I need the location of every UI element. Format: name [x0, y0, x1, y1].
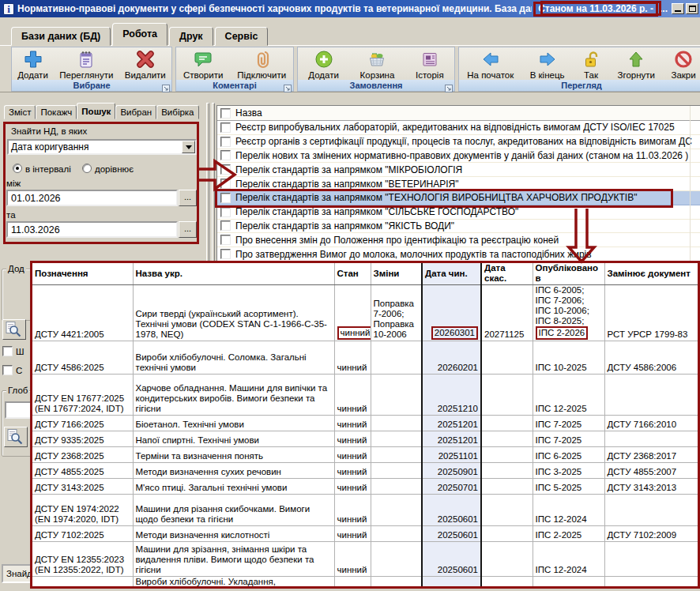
search-panel-title: Знайти НД, в яких: [11, 126, 87, 137]
checkbox-icon[interactable]: [220, 207, 231, 217]
list-header-label: Назва: [235, 107, 262, 119]
delete-favorite-button[interactable]: Видалити: [120, 49, 171, 81]
basket-button[interactable]: Корзина: [356, 49, 400, 81]
list-item-selected[interactable]: Перелік стандартів за напрямком "ТЕХНОЛО…: [217, 191, 700, 205]
create-comment-button[interactable]: Створити: [179, 49, 228, 81]
history-button[interactable]: Історія: [411, 49, 449, 81]
list-item[interactable]: Перелік нових та змінених нормативно-пра…: [217, 149, 700, 164]
tab-druk[interactable]: Друк: [169, 27, 213, 46]
maximize-button[interactable]: [686, 3, 698, 14]
collapse-button[interactable]: Згорнути: [613, 49, 660, 81]
list-item[interactable]: Перелік стандартів за напрямком "МІКРОБІ…: [217, 163, 700, 177]
checkbox-icon[interactable]: [220, 220, 231, 231]
annotation-box-date: 20260301: [431, 326, 478, 340]
attach-comment-button[interactable]: Підключити: [232, 49, 291, 81]
add-order-button[interactable]: Додати: [303, 49, 344, 81]
equals-radio[interactable]: [82, 164, 92, 173]
magnifier-icon: [12, 434, 19, 441]
list-item[interactable]: Реєстр випробувальних лабораторій, акред…: [217, 121, 700, 135]
table-row[interactable]: ДСТУ 9335:2025Напої спиртні. Технічні ум…: [32, 431, 698, 447]
date-from-browse-button[interactable]: ...: [179, 190, 197, 206]
newspaper-icon: [420, 49, 440, 70]
equals-radio-label: дорівнює: [95, 164, 134, 175]
annotation-box-status: чинний: [337, 326, 371, 340]
plus-circle-icon: [314, 49, 334, 70]
list-item[interactable]: Перелік стандартів за напрямком "ЯКІСТЬ …: [217, 220, 700, 234]
checkbox-icon[interactable]: [220, 164, 231, 175]
tab-bazy-danykh[interactable]: Бази даних (БД): [11, 27, 111, 46]
window-title: Нормативно-правові документи у сфері без…: [17, 3, 532, 14]
table-row[interactable]: ДСТУ 4586:2025Вироби хлібобулочні. Солом…: [32, 341, 698, 375]
title-bar: i Нормативно-правові документи у сфері б…: [0, 0, 700, 17]
ribbon-group-orders: Додати Корзина Історія Замовлення: [297, 47, 455, 92]
yes-lock-button[interactable]: Так: [576, 49, 606, 81]
view-favorite-button[interactable]: Переглянути: [55, 49, 118, 81]
and-label: та: [6, 210, 16, 220]
left-tab-poshuk[interactable]: Пошук: [77, 103, 115, 119]
minimize-button[interactable]: [672, 3, 684, 14]
date-from-input[interactable]: [6, 190, 178, 206]
go-first-button[interactable]: На початок: [462, 49, 518, 81]
magnifier-icon: [10, 326, 17, 333]
checkbox-icon[interactable]: [2, 365, 13, 375]
add-favorite-button[interactable]: Додати: [13, 49, 53, 81]
tab-robota[interactable]: Робота: [112, 23, 167, 46]
checkbox-icon[interactable]: [220, 179, 231, 189]
application-window: { "titlebar": { "icon": "i", "title": "Н…: [0, 0, 700, 591]
table-row[interactable]: ДСТУ EN 17677:2025 (EN 17677:2024, IDT)Х…: [32, 375, 698, 416]
close-button[interactable]: Закри: [666, 49, 700, 81]
left-tab-pokazhch[interactable]: Покажч: [36, 105, 77, 119]
checkbox-icon[interactable]: [220, 137, 231, 147]
checkbox-icon[interactable]: [220, 108, 231, 119]
left-tab-strip: Зміст Покажч Пошук Вибран Вибірка: [4, 103, 199, 119]
table-row[interactable]: ДСТУ 7102:2025Методи визначення кислотно…: [32, 526, 698, 542]
list-header[interactable]: Назва: [217, 106, 700, 121]
checkbox-icon[interactable]: [220, 150, 231, 160]
left-tab-zmist[interactable]: Зміст: [4, 105, 36, 119]
global-search-button[interactable]: [4, 427, 28, 447]
left-tab-vybirka[interactable]: Вибірка: [156, 105, 198, 119]
checkbox-icon[interactable]: [220, 249, 231, 259]
table-row[interactable]: ДСТУ 7166:2025Біоетанол. Технічні умови …: [32, 416, 698, 431]
ribbon-group-comments: Створити Підключити Коментарі: [175, 47, 294, 92]
go-last-button[interactable]: В кінець: [525, 49, 570, 81]
chevron-down-icon[interactable]: [182, 141, 195, 153]
arrow-left-icon: [480, 49, 501, 70]
table-row[interactable]: ДСТУ EN 12355:2023 (EN 12355:2022, IDT)М…: [32, 542, 698, 577]
tab-servis[interactable]: Сервіс: [215, 27, 269, 46]
between-label: між: [6, 179, 21, 189]
status-date-annotated: Станом на 11.03.2026 р. -: [533, 2, 658, 17]
arrow-right-icon: [537, 49, 558, 70]
dialog-launcher-icon[interactable]: [162, 81, 170, 89]
table-row[interactable]: ДСТУ 2368:2025Терміни та визначення поня…: [32, 447, 698, 463]
s-checkbox-row[interactable]: С: [2, 365, 22, 375]
search-criteria-value: Дата коригування: [9, 141, 182, 152]
dialog-launcher-icon[interactable]: [445, 81, 453, 89]
date-to-input[interactable]: [6, 221, 178, 238]
search-criteria-combobox[interactable]: Дата коригування: [7, 139, 197, 155]
sh-checkbox-row[interactable]: Ш: [2, 346, 24, 356]
table-row[interactable]: Вироби хлібобулочні. Укладання,: [32, 577, 698, 589]
arrow-up-icon: [626, 49, 646, 70]
search-list-button[interactable]: [2, 319, 26, 340]
interval-radio-label: в інтервалі: [25, 164, 71, 175]
list-item[interactable]: Реєстр органів з сертифікації продукції,…: [217, 135, 700, 149]
checkbox-icon[interactable]: [220, 235, 231, 245]
table-row[interactable]: ДСТУ 4855:2025Методи визначення сухих ре…: [32, 463, 698, 479]
dialog-launcher-icon[interactable]: [284, 81, 292, 89]
checkbox-icon[interactable]: [220, 122, 231, 133]
date-to-browse-button[interactable]: ...: [179, 221, 197, 238]
table-row[interactable]: ДСТУ EN 1974:2022 (EN 1974:2020, IDT)Маш…: [32, 495, 698, 526]
list-item[interactable]: Про затвердження Вимог до молока, молочн…: [217, 247, 700, 262]
table-row[interactable]: ДСТУ 3143:2025М'ясо птиці. Загальні техн…: [32, 479, 698, 495]
interval-radio[interactable]: [13, 164, 22, 173]
list-item[interactable]: Перелік стандартів за напрямком "ВЕТЕРИН…: [217, 177, 700, 191]
annotation-box-published: ІПС 2-2026: [536, 326, 589, 340]
checkbox-icon[interactable]: [2, 346, 13, 356]
list-item[interactable]: Перелік стандартів за напрямком "СІЛЬСЬК…: [217, 205, 700, 220]
list-column-divider: [690, 106, 691, 275]
checkbox-icon[interactable]: [220, 193, 231, 203]
table-row[interactable]: ДСТУ 4421:2005 Сири тверді (український …: [32, 285, 698, 341]
left-tab-vybran[interactable]: Вибран: [115, 105, 156, 119]
list-item[interactable]: Про внесення змін до Положення про ідент…: [217, 233, 700, 247]
